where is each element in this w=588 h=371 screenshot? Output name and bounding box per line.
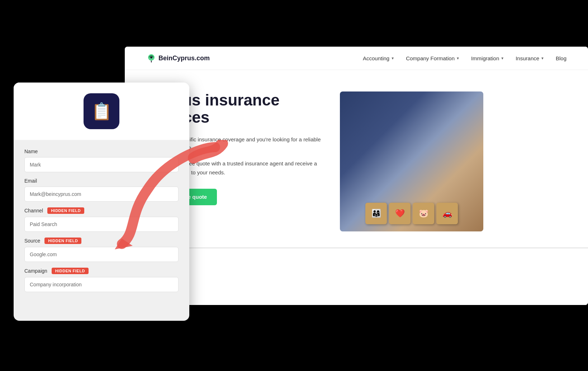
chevron-down-icon: ▼ bbox=[501, 56, 504, 60]
hero-image-inner: 👨‍👩‍👧 ❤️ 🐷 🚗 bbox=[340, 91, 483, 231]
channel-input[interactable] bbox=[24, 217, 179, 232]
clipboard-icon-wrap: 📋 bbox=[84, 93, 119, 129]
nav-accounting[interactable]: Accounting ▼ bbox=[363, 55, 394, 61]
channel-label: Channel bbox=[24, 208, 43, 213]
navbar: BeinCyprus.com Accounting ▼ Company Form… bbox=[125, 47, 588, 70]
email-label-row: Email bbox=[24, 178, 179, 184]
source-input[interactable] bbox=[24, 247, 179, 262]
email-input[interactable] bbox=[24, 187, 179, 202]
email-label: Email bbox=[24, 178, 37, 184]
chevron-down-icon: ▼ bbox=[391, 56, 394, 60]
form-header: 📋 bbox=[14, 83, 189, 140]
svg-point-1 bbox=[150, 56, 152, 58]
campaign-field-group: Campaign HIDDEN FIELD bbox=[24, 268, 179, 292]
nav-blog[interactable]: Blog bbox=[556, 55, 566, 61]
chevron-down-icon: ▼ bbox=[456, 56, 460, 60]
website-divider bbox=[125, 248, 588, 248]
logo-text: BeinCyprus.com bbox=[158, 55, 210, 62]
form-panel: 📋 Name Email Channel HIDDEN FIELD bbox=[14, 83, 189, 321]
campaign-input[interactable] bbox=[24, 277, 179, 292]
name-field-group: Name bbox=[24, 149, 179, 172]
block-piggy: 🐷 bbox=[413, 203, 434, 224]
source-label-row: Source HIDDEN FIELD bbox=[24, 238, 179, 244]
channel-label-row: Channel HIDDEN FIELD bbox=[24, 207, 179, 214]
campaign-label-row: Campaign HIDDEN FIELD bbox=[24, 268, 179, 274]
nav-insurance[interactable]: Insurance ▼ bbox=[516, 55, 544, 61]
source-hidden-badge: HIDDEN FIELD bbox=[44, 238, 81, 244]
source-label: Source bbox=[24, 238, 40, 244]
nav-immigration[interactable]: Immigration ▼ bbox=[471, 55, 504, 61]
nav-links: Accounting ▼ Company Formation ▼ Immigra… bbox=[363, 55, 566, 61]
website-panel: BeinCyprus.com Accounting ▼ Company Form… bbox=[125, 47, 588, 305]
form-body: Name Email Channel HIDDEN FIELD Source H… bbox=[14, 140, 189, 306]
logo[interactable]: BeinCyprus.com bbox=[146, 53, 210, 63]
block-car: 🚗 bbox=[436, 203, 458, 224]
block-health: ❤️ bbox=[389, 203, 411, 224]
blocks-decoration: 👨‍👩‍👧 ❤️ 🐷 🚗 bbox=[365, 203, 458, 224]
hero-section: Cyprus insurance services Do you need sp… bbox=[125, 70, 588, 246]
hero-image: 👨‍👩‍👧 ❤️ 🐷 🚗 bbox=[340, 91, 483, 231]
source-field-group: Source HIDDEN FIELD bbox=[24, 238, 179, 262]
block-family: 👨‍👩‍👧 bbox=[365, 203, 387, 224]
campaign-hidden-badge: HIDDEN FIELD bbox=[52, 268, 89, 274]
clipboard-icon: 📋 bbox=[91, 102, 112, 121]
logo-icon bbox=[146, 53, 156, 63]
channel-field-group: Channel HIDDEN FIELD bbox=[24, 207, 179, 232]
nav-company-formation[interactable]: Company Formation ▼ bbox=[406, 55, 460, 61]
channel-hidden-badge: HIDDEN FIELD bbox=[47, 207, 84, 214]
name-label-row: Name bbox=[24, 149, 179, 154]
name-label: Name bbox=[24, 149, 38, 154]
chevron-down-icon: ▼ bbox=[541, 56, 544, 60]
email-field-group: Email bbox=[24, 178, 179, 202]
website-bottom bbox=[125, 246, 588, 305]
name-input[interactable] bbox=[24, 157, 179, 172]
campaign-label: Campaign bbox=[24, 268, 47, 274]
